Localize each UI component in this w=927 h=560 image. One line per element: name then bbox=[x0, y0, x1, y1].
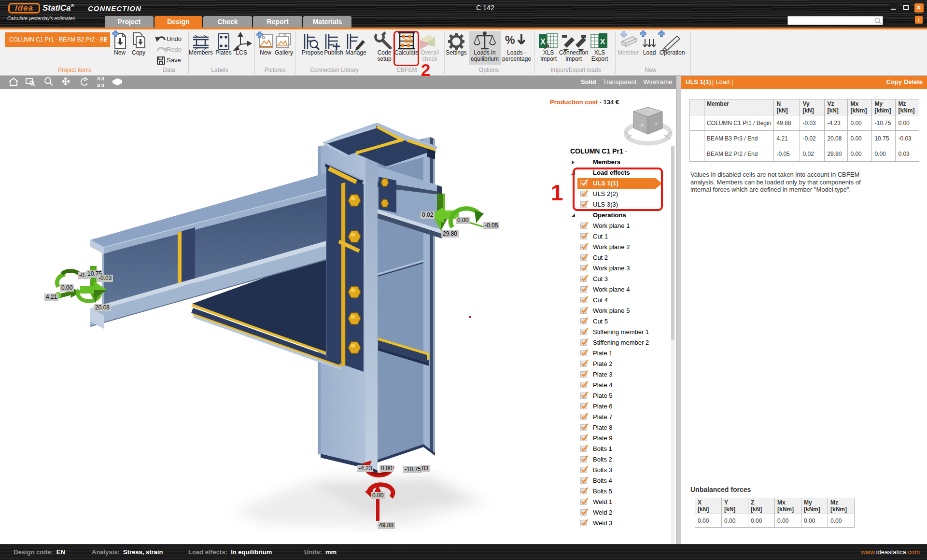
svg-text:-Z: -Z bbox=[649, 108, 653, 112]
svg-text:-Y: -Y bbox=[653, 122, 658, 126]
svg-text:-X: -X bbox=[639, 123, 644, 127]
